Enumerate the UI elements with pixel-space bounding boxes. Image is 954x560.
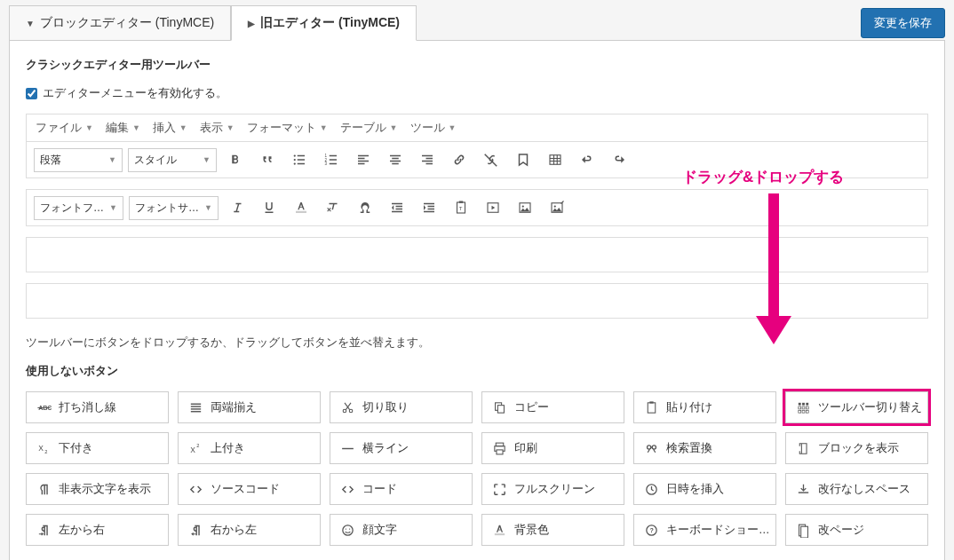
svg-rect-75	[496, 449, 502, 454]
unused-btn-sup[interactable]: X2上付き	[178, 432, 321, 464]
svg-rect-58	[649, 401, 653, 403]
toolbar-row-4[interactable]	[26, 283, 928, 319]
menu-file[interactable]: ファイル▼	[36, 120, 93, 136]
enable-menu-checkbox-row[interactable]: エディターメニューを有効化する。	[26, 85, 928, 101]
svg-point-54	[349, 409, 353, 413]
indent-icon[interactable]	[416, 195, 442, 220]
svg-rect-13	[358, 158, 365, 160]
insert-image-icon[interactable]	[512, 195, 538, 220]
svg-rect-32	[395, 209, 402, 210]
format-dropdown[interactable]: 段落▼	[34, 148, 123, 172]
align-right-icon[interactable]	[414, 147, 441, 172]
unused-btn-label: 横ライン	[362, 441, 409, 456]
style-dropdown[interactable]: スタイル▼	[128, 148, 217, 172]
unused-btn-find[interactable]: 検索置換	[633, 432, 776, 464]
sup-icon: X2	[187, 440, 203, 456]
unused-btn-ltr[interactable]: 左から右	[26, 514, 169, 546]
unused-btn-paste[interactable]: 貼り付け	[633, 391, 776, 423]
unused-btn-print[interactable]: 印刷	[481, 432, 624, 464]
section-heading: クラシックエディター用ツールバー	[26, 57, 928, 73]
unused-btn-nbsp[interactable]: 改行なしスペース	[785, 473, 928, 505]
blockquote-icon[interactable]	[254, 147, 281, 172]
tab-block-editor[interactable]: ▼ ブロックエディター (TinyMCE)	[9, 5, 231, 41]
bold-icon[interactable]	[222, 147, 249, 172]
unused-btn-toggle[interactable]: ツールバー切り替え	[785, 391, 928, 423]
align-center-icon[interactable]	[382, 147, 409, 172]
link-icon[interactable]	[446, 147, 473, 172]
unused-btn-invis[interactable]: 非表示文字を表示	[26, 473, 169, 505]
toolbar-row-2[interactable]: フォントフ…▼ フォントサ…▼ T	[26, 189, 928, 226]
enable-menu-checkbox[interactable]	[26, 88, 37, 99]
svg-rect-64	[806, 406, 808, 409]
unused-btn-justify[interactable]: 両端揃え	[178, 391, 321, 423]
align-left-icon[interactable]	[350, 147, 377, 172]
outdent-icon[interactable]	[384, 195, 410, 220]
svg-rect-56	[497, 405, 504, 413]
unused-btn-strike[interactable]: ABC打ち消し線	[26, 391, 169, 423]
unused-btn-code[interactable]: コード	[330, 473, 473, 505]
toolbar-row-3[interactable]	[26, 237, 928, 272]
ltr-icon	[36, 522, 52, 538]
rtl-icon	[187, 522, 203, 538]
unused-btn-label: 切り取り	[362, 400, 409, 415]
bookmark-icon[interactable]	[510, 147, 537, 172]
svg-rect-50	[190, 406, 200, 406]
unused-btn-datetime[interactable]: 日時を挿入	[633, 473, 776, 505]
unused-btn-bgcolor[interactable]: 背景色	[481, 514, 624, 546]
sub-icon: X2	[36, 440, 52, 456]
clearformat-icon[interactable]	[320, 195, 346, 220]
bullet-list-icon[interactable]	[286, 147, 313, 172]
menu-format[interactable]: フォーマット▼	[247, 120, 328, 136]
svg-rect-52	[190, 411, 200, 412]
fontfamily-dropdown[interactable]: フォントフ…▼	[34, 196, 123, 220]
redo-icon[interactable]	[606, 147, 632, 172]
menu-insert[interactable]: 挿入▼	[153, 120, 187, 136]
insert-media-icon[interactable]	[480, 195, 506, 220]
italic-icon[interactable]	[224, 195, 250, 220]
paste-text-icon[interactable]: T	[448, 195, 474, 220]
svg-rect-37	[424, 211, 434, 213]
svg-point-76	[647, 445, 650, 448]
unused-btn-label: 非表示文字を表示	[59, 482, 151, 497]
svg-rect-49	[190, 403, 200, 404]
anchor-icon[interactable]	[544, 195, 570, 220]
menu-edit[interactable]: 編集▼	[106, 120, 140, 136]
unused-btn-source[interactable]: ソースコード	[178, 473, 321, 505]
fullscreen-icon	[491, 481, 507, 497]
fontsize-dropdown[interactable]: フォントサ…▼	[129, 196, 219, 220]
menu-tools[interactable]: ツール▼	[410, 120, 457, 136]
unused-btn-label: 背景色	[514, 523, 549, 538]
unused-btn-pagebreak[interactable]: 改ページ	[785, 514, 928, 546]
ordered-list-icon[interactable]: 123	[318, 147, 345, 172]
strike-icon: ABC	[36, 399, 52, 415]
unused-btn-blocks[interactable]: ブロックを表示	[785, 432, 928, 464]
unused-btn-cut[interactable]: 切り取り	[330, 391, 473, 423]
menu-table[interactable]: テーブル▼	[340, 120, 398, 136]
svg-point-84	[345, 528, 346, 529]
undo-icon[interactable]	[574, 147, 600, 172]
svg-text:2: 2	[196, 443, 199, 448]
svg-rect-20	[422, 155, 433, 157]
unused-btn-sub[interactable]: X2下付き	[26, 432, 169, 464]
unused-btn-rtl[interactable]: 右から左	[178, 514, 321, 546]
svg-rect-35	[427, 206, 434, 208]
unused-btn-hr[interactable]: 横ライン	[330, 432, 473, 464]
unused-btn-emoji[interactable]: 顔文字	[330, 514, 473, 546]
textcolor-icon[interactable]	[288, 195, 314, 220]
svg-point-83	[342, 525, 352, 534]
code-icon	[339, 481, 355, 497]
underline-icon[interactable]	[256, 195, 282, 220]
menu-view[interactable]: 表示▼	[200, 120, 235, 136]
unused-btn-kbshort[interactable]: ?キーボードショー…	[633, 514, 776, 546]
table-icon[interactable]	[542, 147, 568, 172]
special-char-icon[interactable]	[352, 195, 378, 220]
tab-classic-editor[interactable]: ▶ 旧エディター (TinyMCE)	[231, 5, 417, 41]
unlink-icon[interactable]	[478, 147, 505, 172]
unused-btn-fullscreen[interactable]: フルスクリーン	[481, 473, 624, 505]
unused-btn-copy[interactable]: コピー	[481, 391, 624, 423]
save-button[interactable]: 変更を保存	[861, 8, 945, 38]
unused-btn-label: 両端揃え	[211, 400, 257, 415]
svg-rect-5	[298, 163, 305, 165]
svg-rect-16	[390, 155, 401, 157]
svg-text:3: 3	[325, 162, 328, 166]
